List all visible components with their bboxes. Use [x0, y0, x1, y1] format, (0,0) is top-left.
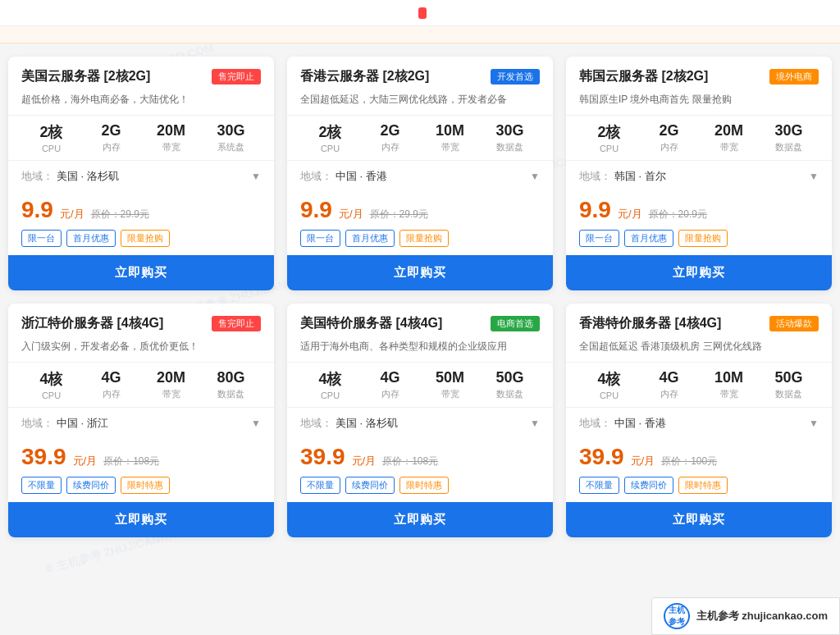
specs-row: 4核 CPU 4G 内存 50M 带宽 50G 数据盘	[287, 362, 553, 408]
tags-row: 不限量 续费同价 限时特惠	[566, 477, 832, 502]
spec-label: CPU	[21, 144, 81, 153]
spec-item: 50G 数据盘	[759, 369, 819, 400]
spec-value: 4核	[300, 369, 360, 389]
tag: 不限量	[300, 477, 340, 494]
region-dropdown-arrow[interactable]: ▼	[809, 418, 819, 429]
spec-item: 20M 带宽	[141, 369, 201, 400]
tag: 限量抢购	[678, 230, 728, 247]
card-header: 美国云服务器 [2核2G] 售完即止	[8, 57, 274, 92]
spec-value: 50G	[759, 369, 819, 386]
price-unit: 元/月	[339, 207, 363, 222]
tag: 限一台	[21, 230, 62, 247]
region-value: 中国 · 浙江	[57, 416, 108, 431]
region-value: 韩国 · 首尔	[614, 169, 666, 184]
card-badge: 售完即止	[212, 69, 261, 85]
spec-label: 带宽	[420, 141, 480, 153]
price-original: 原价：29.9元	[91, 208, 149, 222]
price-row: 9.9 元/月 原价：20.9元	[566, 192, 832, 230]
spec-label: 内存	[81, 141, 141, 153]
spec-item: 4G 内存	[639, 369, 699, 400]
buy-button[interactable]: 立即购买	[566, 502, 832, 537]
region-value: 美国 · 洛杉矶	[336, 416, 398, 431]
spec-value: 20M	[141, 122, 201, 139]
spec-value: 4G	[81, 369, 141, 386]
top-bar	[0, 0, 840, 26]
card-badge: 开发首选	[491, 69, 540, 85]
card-title: 浙江特价服务器 [4核4G]	[21, 315, 163, 332]
price-row: 39.9 元/月 原价：100元	[566, 439, 832, 477]
spec-item: 4核 CPU	[21, 369, 81, 400]
spec-value: 4G	[360, 369, 420, 386]
card-header: 香港云服务器 [2核2G] 开发首选	[287, 57, 553, 92]
spec-label: 内存	[639, 141, 699, 153]
region-dropdown-arrow[interactable]: ▼	[809, 171, 819, 182]
spec-value: 80G	[201, 369, 261, 386]
tags-row: 不限量 续费同价 限时特惠	[287, 477, 553, 502]
card-desc: 全国超低延迟 香港顶级机房 三网优化线路	[566, 339, 832, 362]
region-dropdown-arrow[interactable]: ▼	[251, 171, 261, 182]
spec-value: 50G	[480, 369, 540, 386]
cards-row-2: 浙江特价服务器 [4核4G] 售完即止 入门级实例，开发者必备，质优价更低！ 4…	[0, 304, 840, 550]
spec-label: 内存	[639, 388, 699, 400]
spec-value: 2G	[81, 122, 141, 139]
spec-label: 带宽	[699, 388, 759, 400]
buy-button[interactable]: 立即购买	[287, 255, 553, 290]
card-desc: 适用于海外电商、各种类型和规模的企业级应用	[287, 339, 553, 362]
buy-button[interactable]: 立即购买	[566, 255, 832, 290]
specs-row: 2核 CPU 2G 内存 10M 带宽 30G 数据盘	[287, 115, 553, 161]
region-label: 地域：	[300, 416, 332, 431]
card-title: 韩国云服务器 [2核2G]	[579, 68, 708, 85]
tags-row: 限一台 首月优惠 限量抢购	[287, 230, 553, 255]
tag: 续费同价	[66, 477, 116, 494]
region-dropdown-arrow[interactable]: ▼	[530, 171, 540, 182]
buy-button[interactable]: 立即购买	[8, 502, 274, 537]
spec-label: 系统盘	[201, 141, 261, 153]
price-original: 原价：108元	[382, 455, 438, 468]
spec-item: 10M 带宽	[699, 369, 759, 400]
region-row: 地域： 美国 · 洛杉矶 ▼	[8, 161, 274, 192]
card-title: 美国云服务器 [2核2G]	[21, 68, 150, 85]
price-original: 原价：29.9元	[370, 208, 428, 222]
spec-label: 数据盘	[480, 388, 540, 400]
product-card: 韩国云服务器 [2核2G] 境外电商 韩国原生IP 境外电商首先 限量抢购 2核…	[566, 57, 832, 290]
price-row: 9.9 元/月 原价：29.9元	[287, 192, 553, 230]
card-header: 浙江特价服务器 [4核4G] 售完即止	[8, 304, 274, 339]
card-desc: 超低价格，海外电商必备，大陆优化！	[8, 92, 274, 115]
spec-item: 4G 内存	[81, 369, 141, 400]
tag: 不限量	[21, 477, 62, 494]
spec-label: 内存	[360, 141, 420, 153]
price-main: 9.9	[300, 197, 332, 223]
card-header: 美国特价服务器 [4核4G] 电商首选	[287, 304, 553, 339]
tags-row: 不限量 续费同价 限时特惠	[8, 477, 274, 502]
spec-label: CPU	[579, 391, 639, 400]
tag: 首月优惠	[624, 230, 673, 247]
region-dropdown-arrow[interactable]: ▼	[530, 418, 540, 429]
spec-value: 4核	[579, 369, 639, 389]
card-title: 美国特价服务器 [4核4G]	[300, 315, 442, 332]
region-label: 地域：	[21, 416, 53, 431]
spec-label: 数据盘	[480, 141, 540, 153]
price-unit: 元/月	[73, 454, 98, 468]
region-dropdown-arrow[interactable]: ▼	[251, 418, 261, 429]
product-card: 美国云服务器 [2核2G] 售完即止 超低价格，海外电商必备，大陆优化！ 2核 …	[8, 57, 274, 290]
price-main: 39.9	[21, 444, 66, 470]
buy-button[interactable]: 立即购买	[287, 502, 553, 537]
card-desc: 韩国原生IP 境外电商首先 限量抢购	[566, 92, 832, 115]
region-value: 美国 · 洛杉矶	[57, 169, 119, 184]
price-unit: 元/月	[618, 207, 642, 222]
card-badge: 境外电商	[769, 69, 819, 85]
product-card: 浙江特价服务器 [4核4G] 售完即止 入门级实例，开发者必备，质优价更低！ 4…	[8, 304, 274, 537]
spec-item: 2G 内存	[639, 122, 699, 153]
countdown-bar	[0, 26, 840, 43]
spec-item: 30G 数据盘	[480, 122, 540, 153]
buy-button[interactable]: 立即购买	[8, 255, 274, 290]
end-badge	[418, 7, 427, 19]
price-row: 9.9 元/月 原价：29.9元	[8, 192, 274, 230]
spec-label: 带宽	[420, 388, 480, 400]
specs-row: 2核 CPU 2G 内存 20M 带宽 30G 数据盘	[566, 115, 832, 161]
spec-item: 50M 带宽	[420, 369, 480, 400]
spec-item: 2核 CPU	[21, 122, 81, 153]
spec-value: 4G	[639, 369, 699, 386]
spec-label: 内存	[81, 388, 141, 400]
region-label: 地域：	[579, 416, 611, 431]
